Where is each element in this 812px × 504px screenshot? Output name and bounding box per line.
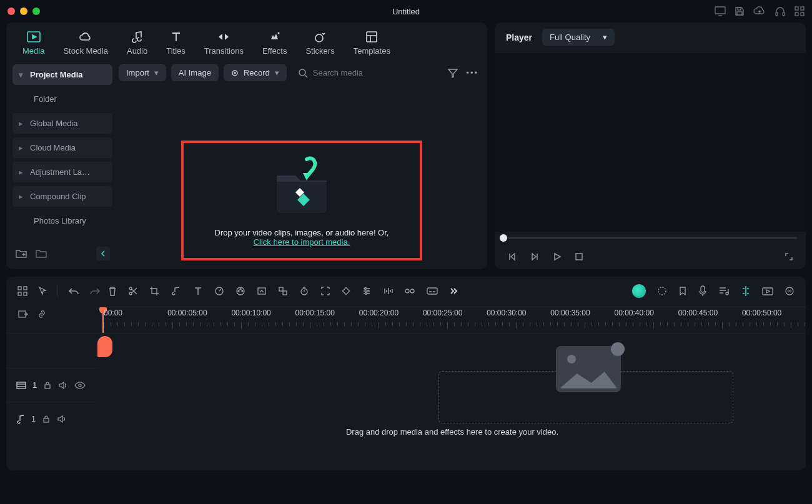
quality-value: Full Quality: [550, 32, 590, 42]
svg-rect-9: [801, 12, 804, 16]
close-window-button[interactable]: [7, 7, 15, 15]
svg-line-22: [305, 75, 307, 77]
tab-effects[interactable]: Effects: [259, 27, 291, 58]
new-folder-icon[interactable]: [15, 248, 27, 259]
search-wrap: [292, 68, 443, 78]
svg-point-36: [240, 289, 241, 290]
next-frame-icon[interactable]: [530, 252, 540, 262]
more-options-icon[interactable]: •••: [466, 68, 478, 77]
mute-icon[interactable]: [57, 415, 67, 423]
minimize-window-button[interactable]: [20, 7, 27, 15]
tab-audio[interactable]: Audio: [123, 27, 151, 58]
sidebar-item-compound-clip[interactable]: ▸ Compound Clip: [12, 186, 112, 207]
lock-icon[interactable]: [42, 415, 51, 423]
media-sidebar: ▾ Project Media Folder ▸ Global Media ▸ …: [6, 58, 119, 269]
marker-icon[interactable]: [678, 286, 687, 296]
seek-handle[interactable]: [500, 234, 507, 242]
chevron-right-icon: ▸: [19, 192, 25, 201]
sidebar-item-global-media[interactable]: ▸ Global Media: [12, 113, 112, 134]
cursor-icon[interactable]: [37, 286, 47, 296]
layout-grid-icon[interactable]: [17, 286, 27, 296]
sidebar-item-photos-library[interactable]: Photos Library: [12, 210, 112, 231]
undo-icon[interactable]: [68, 287, 79, 295]
lock-icon[interactable]: [43, 381, 52, 390]
media-placeholder-thumb[interactable]: [556, 346, 621, 392]
ai-image-button[interactable]: AI Image: [171, 64, 219, 81]
templates-icon: [365, 30, 378, 44]
sidebar-item-folder[interactable]: Folder: [12, 89, 112, 109]
sidebar-item-adjustment-layer[interactable]: ▸ Adjustment La…: [12, 162, 112, 182]
video-track-head[interactable]: 1: [6, 368, 99, 402]
seek-bar[interactable]: [495, 232, 806, 244]
tab-titles[interactable]: Titles: [162, 27, 189, 58]
record-button[interactable]: Record ▾: [224, 64, 287, 81]
sidebar-item-project-media[interactable]: ▾ Project Media: [12, 64, 112, 85]
quality-select[interactable]: Full Quality ▾: [542, 29, 615, 46]
speed-icon[interactable]: [214, 286, 224, 296]
focus-icon[interactable]: [320, 286, 330, 296]
adjust-icon[interactable]: [362, 286, 372, 296]
timeline-ruler[interactable]: 00:0000:00:05:0000:00:10:0000:00:15:0000…: [99, 307, 806, 333]
ai-assistant-icon[interactable]: [632, 284, 646, 298]
playhead-marker[interactable]: [97, 336, 112, 357]
mute-icon[interactable]: [58, 381, 68, 390]
media-drop-zone[interactable]: Drop your video clips, images, or audio …: [181, 141, 422, 260]
mask-icon[interactable]: [278, 286, 288, 296]
cloud-upload-icon[interactable]: [753, 6, 766, 16]
display-icon[interactable]: [715, 6, 726, 16]
expand-icon[interactable]: [785, 252, 793, 262]
link-icon[interactable]: [36, 309, 47, 333]
zoom-out-icon[interactable]: [785, 286, 795, 296]
split-preview-icon[interactable]: [741, 285, 751, 297]
audio-beat-icon[interactable]: [171, 287, 182, 295]
search-input[interactable]: [313, 68, 418, 77]
delete-icon[interactable]: [108, 286, 117, 296]
mixer-icon[interactable]: [404, 287, 415, 295]
tab-media[interactable]: Media: [19, 27, 48, 58]
tab-stickers[interactable]: Stickers: [302, 27, 338, 58]
import-button[interactable]: Import ▾: [119, 64, 166, 81]
color-icon[interactable]: [235, 286, 245, 296]
microphone-icon[interactable]: [698, 285, 707, 297]
visibility-icon[interactable]: [74, 382, 86, 389]
greenscreen-icon[interactable]: [257, 286, 267, 296]
chevron-right-icon: ▸: [19, 167, 25, 177]
scissors-icon[interactable]: [128, 286, 138, 296]
music-list-icon[interactable]: [718, 286, 730, 296]
stopwatch-icon[interactable]: [299, 286, 309, 296]
prev-frame-icon[interactable]: [507, 252, 517, 262]
text-tool-icon[interactable]: [193, 286, 203, 296]
play-icon[interactable]: [552, 252, 562, 262]
filter-icon[interactable]: [447, 68, 458, 78]
equalizer-icon[interactable]: [383, 286, 393, 296]
redo-icon[interactable]: [89, 287, 101, 295]
folder-icon[interactable]: [35, 248, 47, 259]
save-icon[interactable]: [735, 6, 745, 16]
import-media-link[interactable]: Click here to import media.: [254, 237, 350, 247]
tab-stock-media[interactable]: Stock Media: [59, 27, 112, 58]
stop-icon[interactable]: [575, 252, 583, 261]
crop-icon[interactable]: [149, 286, 159, 296]
svg-rect-16: [367, 32, 377, 42]
add-track-icon[interactable]: [17, 309, 29, 333]
more-tools-icon[interactable]: [449, 287, 458, 295]
snapshot-icon[interactable]: [762, 287, 773, 295]
tab-templates[interactable]: Templates: [350, 27, 394, 58]
video-track-icon: [16, 381, 26, 390]
timeline-track-area[interactable]: Drag and drop media and effects here to …: [99, 333, 806, 470]
subtitle-icon[interactable]: [427, 287, 438, 295]
render-icon[interactable]: [657, 286, 667, 296]
headphones-icon[interactable]: [775, 6, 786, 16]
sidebar-item-cloud-media[interactable]: ▸ Cloud Media: [12, 137, 112, 158]
audio-track-head[interactable]: 1: [6, 402, 99, 435]
fullscreen-window-button[interactable]: [32, 7, 40, 15]
collapse-sidebar-icon[interactable]: [96, 247, 110, 260]
svg-point-48: [410, 289, 414, 293]
media-toolbar: Import ▾ AI Image Record ▾: [119, 64, 478, 81]
svg-rect-62: [44, 418, 49, 422]
svg-rect-57: [17, 382, 26, 388]
tab-transitions[interactable]: Transitions: [201, 27, 247, 58]
keyframe-icon[interactable]: [342, 287, 350, 295]
chevron-down-icon: ▾: [154, 68, 159, 77]
grid-icon[interactable]: [795, 6, 805, 16]
